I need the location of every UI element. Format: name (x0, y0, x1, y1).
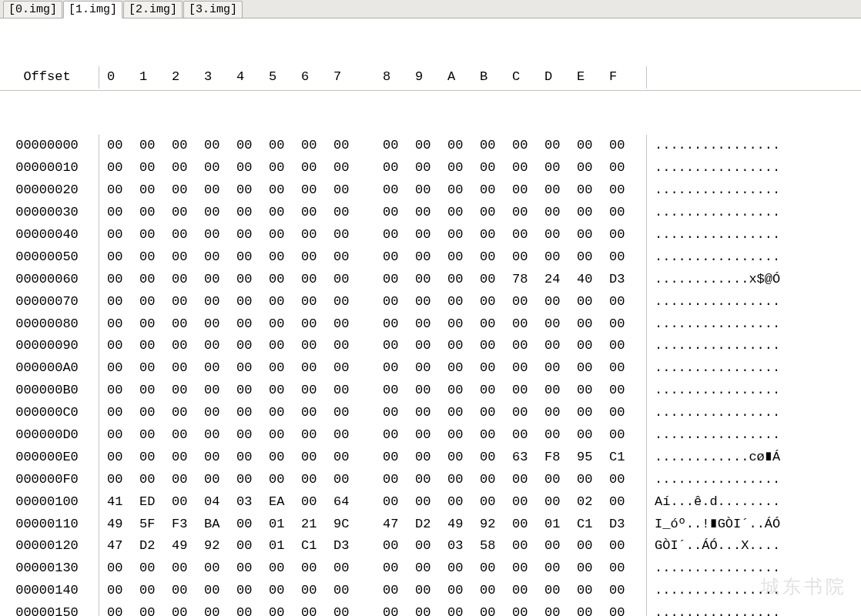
byte-cell[interactable]: 03 (447, 535, 480, 557)
byte-cell[interactable]: 00 (301, 580, 333, 602)
byte-cell[interactable]: 00 (447, 224, 480, 246)
byte-cell[interactable]: 00 (139, 580, 172, 602)
byte-cell[interactable]: C1 (577, 514, 609, 536)
ascii-cell[interactable]: ................ (646, 380, 780, 402)
byte-cell[interactable]: 00 (415, 179, 447, 202)
byte-cell[interactable]: 00 (512, 179, 544, 202)
byte-cell[interactable]: 40 (577, 269, 609, 291)
byte-cell[interactable]: 00 (301, 202, 333, 224)
byte-cell[interactable]: 00 (172, 269, 204, 291)
byte-cell[interactable]: 00 (236, 269, 269, 291)
byte-cell[interactable]: 00 (480, 469, 512, 491)
byte-cell[interactable]: 00 (480, 602, 512, 616)
byte-cell[interactable]: 00 (512, 135, 544, 157)
byte-cell[interactable]: 00 (383, 535, 415, 557)
byte-cell[interactable]: 00 (609, 380, 642, 402)
byte-cell[interactable]: 00 (204, 380, 236, 402)
hex-bytes[interactable]: 00000000000000000000000000000000 (99, 469, 646, 491)
hex-bytes[interactable]: 00000000000000000000000000000000 (99, 179, 646, 202)
byte-cell[interactable]: 01 (544, 514, 577, 536)
byte-cell[interactable]: 00 (204, 424, 236, 447)
byte-cell[interactable]: 00 (333, 357, 366, 380)
byte-cell[interactable]: 00 (204, 291, 236, 313)
hex-bytes[interactable]: 00000000000000000000000000000000 (99, 135, 646, 157)
byte-cell[interactable]: 00 (172, 157, 204, 179)
byte-cell[interactable]: 00 (172, 246, 204, 269)
byte-cell[interactable]: 00 (139, 313, 172, 336)
byte-cell[interactable]: 00 (333, 380, 366, 402)
byte-cell[interactable]: 01 (269, 535, 301, 557)
byte-cell[interactable]: 00 (577, 313, 609, 336)
byte-cell[interactable]: 00 (333, 269, 366, 291)
byte-cell[interactable]: 49 (172, 535, 204, 557)
hex-row[interactable]: 000000C000000000000000000000000000000000… (0, 402, 861, 424)
byte-cell[interactable]: 00 (333, 580, 366, 602)
byte-cell[interactable]: 00 (107, 469, 139, 491)
byte-cell[interactable]: 00 (447, 269, 480, 291)
ascii-cell[interactable]: ................ (646, 179, 780, 202)
byte-cell[interactable]: 00 (415, 557, 447, 580)
byte-cell[interactable]: D3 (609, 514, 642, 536)
byte-cell[interactable]: 47 (107, 535, 139, 557)
byte-cell[interactable]: 00 (512, 246, 544, 269)
byte-cell[interactable]: 00 (415, 447, 447, 469)
byte-cell[interactable]: 00 (107, 335, 139, 357)
byte-cell[interactable]: 00 (609, 357, 642, 380)
ascii-cell[interactable]: GÒI´..ÁÓ...X.... (646, 535, 780, 557)
hex-bytes[interactable]: 00000000000000000000000063F895C1 (99, 447, 646, 469)
byte-cell[interactable]: 00 (415, 224, 447, 246)
byte-cell[interactable]: 00 (236, 335, 269, 357)
ascii-cell[interactable]: ................ (646, 335, 780, 357)
byte-cell[interactable]: 00 (269, 313, 301, 336)
byte-cell[interactable]: 00 (512, 357, 544, 380)
byte-cell[interactable]: 00 (172, 179, 204, 202)
byte-cell[interactable]: 00 (236, 447, 269, 469)
byte-cell[interactable]: 00 (447, 157, 480, 179)
byte-cell[interactable]: 00 (544, 224, 577, 246)
byte-cell[interactable]: 92 (204, 535, 236, 557)
byte-cell[interactable]: 00 (544, 157, 577, 179)
byte-cell[interactable]: 00 (333, 246, 366, 269)
byte-cell[interactable]: 00 (301, 157, 333, 179)
byte-cell[interactable]: 00 (236, 602, 269, 616)
byte-cell[interactable]: 00 (544, 291, 577, 313)
byte-cell[interactable]: 00 (107, 157, 139, 179)
byte-cell[interactable]: 00 (577, 179, 609, 202)
hex-bytes[interactable]: 495FF3BA0001219C47D249920001C1D3 (99, 514, 646, 536)
byte-cell[interactable]: 00 (480, 447, 512, 469)
byte-cell[interactable]: 00 (269, 335, 301, 357)
byte-cell[interactable]: 00 (447, 447, 480, 469)
byte-cell[interactable]: 00 (236, 157, 269, 179)
byte-cell[interactable]: 00 (172, 602, 204, 616)
byte-cell[interactable]: 00 (577, 602, 609, 616)
byte-cell[interactable]: 00 (383, 135, 415, 157)
byte-cell[interactable]: 63 (512, 447, 544, 469)
byte-cell[interactable]: 00 (512, 157, 544, 179)
byte-cell[interactable]: 00 (383, 335, 415, 357)
ascii-cell[interactable]: ................ (646, 224, 780, 246)
byte-cell[interactable]: 00 (577, 135, 609, 157)
byte-cell[interactable]: 00 (383, 580, 415, 602)
ascii-cell[interactable]: ................ (646, 580, 780, 602)
byte-cell[interactable]: 00 (269, 179, 301, 202)
ascii-cell[interactable]: ................ (646, 135, 780, 157)
byte-cell[interactable]: 00 (204, 135, 236, 157)
byte-cell[interactable]: 00 (139, 224, 172, 246)
ascii-cell[interactable]: ............x$@Ó (646, 269, 780, 291)
byte-cell[interactable]: 00 (383, 602, 415, 616)
byte-cell[interactable]: 00 (204, 580, 236, 602)
byte-cell[interactable]: 00 (301, 447, 333, 469)
byte-cell[interactable]: 00 (301, 246, 333, 269)
hex-row[interactable]: 000000B000000000000000000000000000000000… (0, 380, 861, 402)
byte-cell[interactable]: 00 (544, 602, 577, 616)
byte-cell[interactable]: 00 (333, 179, 366, 202)
byte-cell[interactable]: 00 (107, 246, 139, 269)
hex-bytes[interactable]: 000000000000000000000000782440D3 (99, 269, 646, 291)
byte-cell[interactable]: 00 (172, 424, 204, 447)
byte-cell[interactable]: 00 (107, 202, 139, 224)
byte-cell[interactable]: 00 (609, 557, 642, 580)
byte-cell[interactable]: 00 (609, 424, 642, 447)
hex-row[interactable]: 000000F000000000000000000000000000000000… (0, 469, 861, 491)
tab-1[interactable]: [1.img] (63, 1, 122, 18)
byte-cell[interactable]: 00 (415, 269, 447, 291)
